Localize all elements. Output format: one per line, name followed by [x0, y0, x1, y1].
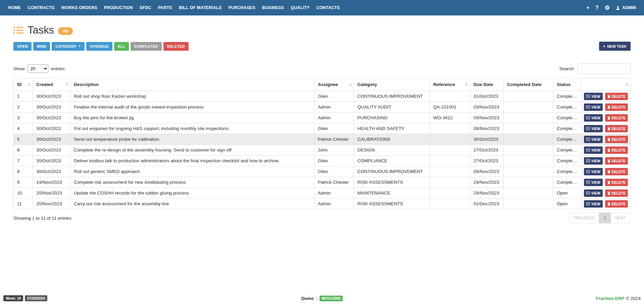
cell-status: Completed [553, 91, 582, 102]
nav-item-sfdc[interactable]: SFDC [136, 5, 155, 10]
delete-button[interactable]: DELETE [605, 168, 628, 175]
cell-status: Open [553, 188, 582, 199]
nav-item-parts[interactable]: PARTS [155, 5, 176, 10]
date-badge: 07/03/2024 [25, 295, 47, 301]
delete-button[interactable]: DELETE [605, 103, 628, 111]
column-header-completed-date[interactable]: Completed Date [504, 78, 553, 91]
view-button[interactable]: VIEW [584, 189, 603, 197]
cell-category: CONTINUOUS IMPROVEMENT [354, 91, 430, 102]
card-icon [586, 202, 590, 205]
view-button[interactable]: VIEW [584, 146, 603, 154]
column-header-due-date[interactable]: Due Date [470, 78, 504, 91]
previous-page-button[interactable]: PREVIOUS [569, 213, 599, 223]
entries-label: entries: [51, 66, 66, 71]
view-button[interactable]: VIEW [584, 157, 603, 165]
cell-assignee: Admin [314, 188, 354, 199]
delete-button[interactable]: DELETE [605, 179, 628, 186]
view-button[interactable]: VIEW [584, 114, 603, 122]
nav-item-home[interactable]: HOME [5, 5, 24, 10]
filter-completed-button[interactable]: COMPLETED [131, 42, 162, 51]
column-header-description[interactable]: Description [70, 78, 314, 91]
nav-item-production[interactable]: PRODUCTION [101, 5, 136, 10]
current-page-button[interactable]: 1 [599, 213, 611, 223]
filter-mine-button[interactable]: MINE [33, 42, 50, 51]
delete-button[interactable]: DELETE [605, 136, 628, 143]
trash-icon [607, 138, 610, 141]
column-header-reference[interactable]: Reference ⇅ [430, 78, 470, 91]
nav-item-works-orders[interactable]: WORKS ORDERS [58, 5, 101, 10]
view-button[interactable]: VIEW [584, 93, 603, 100]
filter-all-button[interactable]: ALL [114, 42, 129, 51]
table-footer: Showing 1 to 11 of 11 entries PREVIOUS 1… [13, 213, 631, 223]
cell-id: 1 [14, 91, 33, 102]
filter-overdue-button[interactable]: OVERDUE [86, 42, 112, 51]
trash-icon [607, 170, 610, 173]
cell-actions: VIEW DELETE [582, 145, 631, 156]
view-button[interactable]: VIEW [584, 179, 603, 186]
cell-due-date: 24/Nov/2023 [470, 177, 504, 188]
view-button[interactable]: VIEW [584, 125, 603, 132]
cell-id: 10 [14, 188, 33, 199]
task-list-icon [13, 26, 23, 34]
cell-completed-date [504, 177, 553, 188]
trash-icon [607, 127, 610, 130]
filter-category-button[interactable]: CATEGORY ▼ [52, 42, 85, 51]
next-page-button[interactable]: NEXT [611, 213, 631, 223]
delete-button[interactable]: DELETE [605, 146, 628, 154]
delete-button[interactable]: DELETE [605, 93, 628, 100]
entries-select[interactable]: 20 [28, 64, 48, 73]
cell-category: HEALTH AND SAFETY [354, 123, 430, 134]
tasks-table: ID ⇅ Created ⇅ Description Assignee ⇅ Ca… [13, 78, 631, 209]
cell-id: 7 [14, 156, 33, 166]
filter-deleted-button[interactable]: DELETED [163, 42, 189, 51]
delete-button[interactable]: DELETE [605, 200, 628, 208]
sort-icon: ⇅ [65, 82, 68, 87]
entries-summary: Showing 1 to 11 of 11 entries [13, 216, 71, 221]
delete-button[interactable]: DELETE [605, 114, 628, 122]
table-header-row: ID ⇅ Created ⇅ Description Assignee ⇅ Ca… [14, 78, 631, 91]
sort-icon: ⇅ [625, 82, 629, 87]
view-button[interactable]: VIEW [584, 103, 603, 111]
cell-actions: VIEW DELETE [582, 177, 631, 188]
cell-due-date: 03/Nov/2023 [470, 113, 504, 123]
column-header-id[interactable]: ID ⇅ [14, 78, 33, 91]
nav-item-contacts[interactable]: CONTACTS [313, 5, 343, 10]
cell-status: Completed [553, 113, 582, 123]
cell-created: 20/Nov/2023 [33, 188, 70, 199]
column-header[interactable]: ⇅ [582, 78, 631, 91]
help-icon[interactable]: ? [595, 5, 599, 10]
delete-button[interactable]: DELETE [605, 125, 628, 132]
delete-button[interactable]: DELETE [605, 189, 628, 197]
cell-completed-date [504, 188, 553, 199]
trash-icon [607, 202, 610, 206]
search-input[interactable] [578, 63, 631, 74]
column-header-status[interactable]: Status [553, 78, 582, 91]
cell-reference: WO-3412 [430, 113, 470, 123]
column-header-created[interactable]: Created ⇅ [33, 78, 70, 91]
view-button[interactable]: VIEW [584, 168, 603, 175]
nav-item-quality[interactable]: QUALITY [287, 5, 313, 10]
cell-completed-date [504, 156, 553, 166]
column-header-category[interactable]: Category [354, 78, 430, 91]
nav-item-business[interactable]: BUSINESS [259, 5, 288, 10]
cell-created: 30/Oct/2023 [33, 156, 70, 166]
cell-reference [430, 166, 470, 177]
filter-open-button[interactable]: OPEN [13, 42, 32, 51]
nav-item-bill-of-materials[interactable]: BILL OF MATERIALS [176, 5, 225, 10]
delete-button[interactable]: DELETE [605, 157, 628, 165]
view-button[interactable]: VIEW [584, 136, 603, 143]
cell-created: 20/Nov/2023 [33, 199, 70, 209]
column-header-assignee[interactable]: Assignee ⇅ [314, 78, 354, 91]
card-icon [586, 127, 590, 130]
table-row: 5 30/Oct/2023 Send out temperature probe… [14, 134, 631, 145]
plus-icon[interactable]: + [586, 5, 589, 10]
cell-assignee: Patrick Chester [314, 134, 354, 145]
nav-item-contracts[interactable]: CONTRACTS [24, 5, 58, 10]
nav-item-purchases[interactable]: PURCHASES [225, 5, 258, 10]
admin-menu[interactable]: ADMIN [616, 5, 636, 10]
view-button[interactable]: VIEW [584, 200, 603, 208]
gear-icon[interactable]: ⚙ [605, 5, 610, 11]
brand-label[interactable]: Fraction ERP [596, 296, 625, 301]
cell-description: Roll out generic SMED approach [70, 166, 314, 177]
new-task-button[interactable]: + NEW TASK [599, 42, 631, 51]
